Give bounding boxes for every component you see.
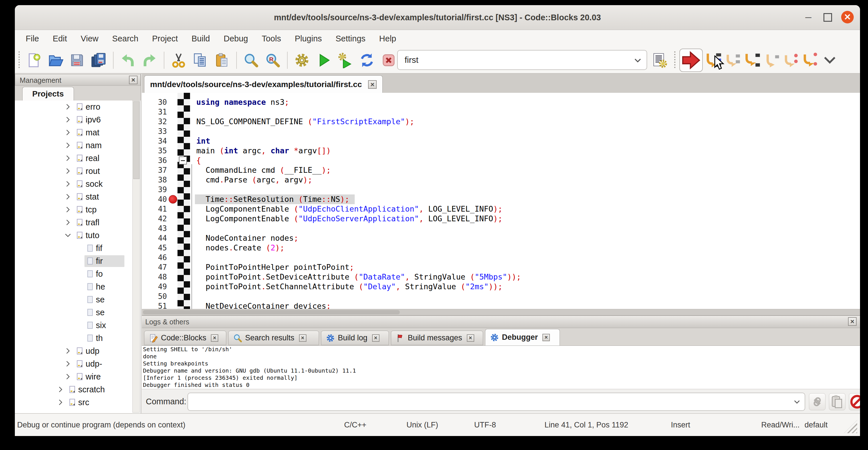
step-into-instruction-button[interactable] [802,51,819,69]
tree-scrollbar[interactable] [132,100,140,413]
build-button[interactable] [294,51,310,69]
build-target-combo[interactable] [397,50,647,70]
line-number[interactable]: 43 [142,223,167,233]
chevron-right-icon[interactable] [64,347,72,355]
new-file-button[interactable] [26,51,42,69]
chevron-right-icon[interactable] [57,386,64,393]
line-number[interactable]: 37 [142,165,167,175]
toolbar-drag-handle[interactable] [18,51,21,69]
tree-item-fif[interactable]: fif [15,242,141,255]
tree-item-se[interactable]: se [15,293,141,306]
line-number[interactable]: 38 [142,175,167,185]
chevron-down-icon[interactable] [633,56,643,65]
chevron-right-icon[interactable] [64,193,72,201]
chevron-right-icon[interactable] [64,372,72,381]
menu-item-search[interactable]: Search [105,30,145,48]
step-into-button[interactable] [743,51,761,69]
editor-tab-close-icon[interactable]: × [368,80,377,89]
breakpoint-icon[interactable] [168,195,177,204]
line-number[interactable]: 49 [142,282,167,292]
command-input[interactable] [193,394,776,409]
tree-item-udp[interactable]: udp [15,344,141,358]
line-number[interactable]: 30 [142,97,167,107]
next-instruction-button[interactable] [782,51,800,69]
logs-close-icon[interactable]: × [848,317,857,326]
tree-item-sock[interactable]: sock [15,178,141,190]
save-file-button[interactable] [69,51,85,69]
editor-tab-first-cc[interactable]: mnt/dev/tools/source/ns-3-dev/examples/t… [144,76,383,93]
maximize-button[interactable] [822,11,834,23]
tree-item-fo[interactable]: fo [15,268,141,280]
editor-hscrollbar[interactable] [142,309,860,316]
chevron-right-icon[interactable] [57,398,64,406]
editor-hscrollbar-thumb[interactable] [143,310,400,314]
toolbar-overflow-button[interactable] [821,51,839,69]
line-number[interactable]: 42 [142,214,167,223]
tree-scrollbar-thumb[interactable] [133,101,140,179]
line-number[interactable]: 47 [142,262,167,272]
log-tab-search-results[interactable]: Search results× [228,331,319,345]
tab-close-icon[interactable]: × [372,334,379,342]
debug-continue-button[interactable] [679,49,703,72]
chevron-right-icon[interactable] [64,218,72,227]
replace-button[interactable]: R [265,51,281,69]
line-number[interactable]: 35 [142,146,167,156]
chevron-right-icon[interactable] [64,141,72,149]
tree-item-tcp[interactable]: tcp [15,203,141,216]
tree-item-trafl[interactable]: trafl [15,216,141,229]
tree-item-th[interactable]: th [15,332,141,344]
line-number[interactable]: 41 [142,204,167,214]
rebuild-button[interactable] [359,51,375,69]
line-number[interactable]: 36 [142,156,167,165]
chain-button[interactable] [809,393,826,410]
fold-collapse-icon[interactable] [179,156,187,164]
save-all-button[interactable] [91,51,107,69]
tree-item-src[interactable]: src [15,396,141,409]
line-number[interactable]: 32 [142,117,167,126]
tree-item-udp-[interactable]: udp- [15,358,141,370]
tree-item-nam[interactable]: nam [15,139,141,152]
step-out-button[interactable] [763,51,780,69]
tab-close-icon[interactable]: × [299,334,306,342]
stop-button[interactable] [849,393,860,410]
tree-item-scratch[interactable]: scratch [15,383,141,396]
chevron-right-icon[interactable] [64,180,72,188]
chevron-down-icon[interactable] [793,398,801,406]
tree-item-he[interactable]: he [15,280,141,293]
clipboard-button[interactable] [829,393,845,410]
chevron-right-icon[interactable] [64,360,72,368]
debugger-log-output[interactable]: Setting SHELL to '/bin/sh'doneSetting br… [142,346,860,389]
tree-item-fir[interactable]: fir [15,255,141,268]
undo-button[interactable] [120,51,136,69]
chevron-right-icon[interactable] [64,167,72,175]
abort-build-button[interactable] [381,51,397,69]
chevron-right-icon[interactable] [64,154,72,162]
command-combo[interactable] [187,393,805,411]
copy-button[interactable] [192,51,208,69]
build-target-input[interactable] [404,52,622,68]
menu-item-project[interactable]: Project [145,30,185,48]
tree-item-erro[interactable]: erro [15,100,141,113]
menu-item-plugins[interactable]: Plugins [288,30,329,48]
line-number[interactable]: 50 [142,292,167,301]
debug-toolbar-drag-handle[interactable] [673,51,676,69]
tree-item-tuto[interactable]: tuto [15,229,141,242]
line-number[interactable]: 48 [142,272,167,282]
tree-item-rout[interactable]: rout [15,165,141,178]
line-number[interactable]: 44 [142,233,167,243]
chevron-right-icon[interactable] [64,116,72,124]
line-number[interactable]: 39 [142,185,167,194]
log-tab-build-log[interactable]: Build log× [321,331,389,345]
line-number[interactable]: 45 [142,243,167,253]
tree-item-mat[interactable]: mat [15,126,141,139]
tab-close-icon[interactable]: × [211,334,218,342]
line-number[interactable]: 34 [142,136,167,146]
minimize-button[interactable]: ─ [802,11,814,23]
chevron-right-icon[interactable] [64,103,72,111]
line-number[interactable]: 51 [142,301,167,309]
log-tab-debugger[interactable]: Debugger× [485,329,560,346]
code-area[interactable]: 30using namespace ns3;3132NS_LOG_COMPONE… [142,93,860,309]
tree-item-six[interactable]: six [15,319,141,332]
titlebar[interactable]: mnt/dev/tools/source/ns-3-dev/examples/t… [15,5,860,30]
log-tab-build-messages[interactable]: Build messages× [391,331,483,345]
